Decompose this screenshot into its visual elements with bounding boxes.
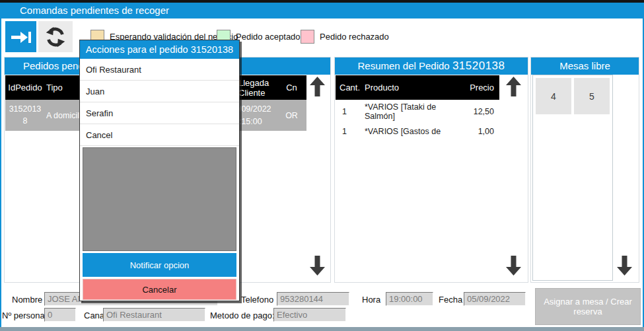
order-id-cell: 31520138 xyxy=(8,104,42,127)
precio-cell: 12,50 xyxy=(462,107,499,116)
summary-table-header: Cant. Producto Precio xyxy=(336,75,499,100)
summary-title-text: Resumen del Pedido xyxy=(357,60,449,71)
nombre-label: Nombre xyxy=(12,295,42,305)
precio-cell: 1,00 xyxy=(462,127,499,136)
mesas-container: 4 5 xyxy=(532,75,613,281)
legend-rejected: Pedido rechazado xyxy=(301,30,389,44)
scroll-down-icon[interactable] xyxy=(506,256,521,276)
legend-rejected-label: Pedido rechazado xyxy=(320,32,389,42)
scroll-up-icon[interactable] xyxy=(506,77,521,96)
producto-cell: *VARIOS [Tataki de Salmón] xyxy=(365,102,462,121)
col-idpedido: IdPedido xyxy=(5,83,45,92)
dialog-option-cancel[interactable]: Cancel xyxy=(80,124,239,146)
col-producto: Producto xyxy=(365,83,462,92)
personas-label: Nº personas xyxy=(2,311,49,320)
mesas-panel-title: Mesas libre xyxy=(531,57,639,75)
hora-field[interactable]: 19:00:00 xyxy=(386,292,433,306)
producto-cell: *VARIOS [Gastos de xyxy=(365,127,462,136)
app-window: Comandas pendientes de recoger Esperando… xyxy=(0,0,644,331)
mesa-tile-4[interactable]: 4 xyxy=(536,78,571,114)
summary-row[interactable]: 1 *VARIOS [Gastos de 1,00 xyxy=(336,122,499,141)
mesa-tile-5[interactable]: 5 xyxy=(574,78,610,114)
cant-cell: 1 xyxy=(336,107,365,116)
dialog-option-ofi-restaurant[interactable]: Ofi Restaurant xyxy=(80,59,239,81)
window-bottom-border xyxy=(0,327,644,331)
scroll-down-icon[interactable] xyxy=(617,256,632,276)
order-actions-dialog: Acciones para el pedido 31520138 Ofi Res… xyxy=(79,40,240,301)
notify-option-button[interactable]: Notificar opcion xyxy=(83,253,236,277)
col-cant: Cant. xyxy=(336,83,365,92)
summary-panel-title: Resumen del Pedido 31520138 xyxy=(335,57,528,75)
telefono-field[interactable]: 953280144 xyxy=(277,292,349,306)
cancel-button[interactable]: Cancelar xyxy=(83,279,236,300)
scroll-up-icon[interactable] xyxy=(310,77,325,96)
metodo-pago-field[interactable]: Efectivo xyxy=(273,308,346,322)
personas-field[interactable]: 0 xyxy=(44,308,76,322)
canal-field[interactable]: Ofi Restaurant xyxy=(103,308,205,322)
dialog-option-serafin[interactable]: Serafin xyxy=(80,102,239,124)
legend-accepted-label: Pedido aceptado xyxy=(236,32,301,42)
rejected-color-swatch xyxy=(301,30,314,44)
telefono-label: Telefono xyxy=(241,295,273,305)
summary-row[interactable]: 1 *VARIOS [Tataki de Salmón] 12,50 xyxy=(336,102,499,122)
dialog-title: Acciones para el pedido 31520138 xyxy=(80,40,239,59)
col-precio: Precio xyxy=(462,83,499,92)
col-cn: Cn xyxy=(277,83,306,92)
window-title: Comandas pendientes de recoger xyxy=(0,3,644,18)
summary-order-id: 31520138 xyxy=(452,59,505,72)
cant-cell: 1 xyxy=(336,127,365,136)
fecha-field[interactable]: 05/09/2022 xyxy=(464,292,526,306)
assign-table-button[interactable]: Asignar a mesa / Crear reserva xyxy=(535,288,641,325)
go-to-end-icon xyxy=(10,29,32,45)
refresh-icon xyxy=(43,24,68,50)
scroll-down-icon[interactable] xyxy=(310,256,325,276)
order-cn-cell: OR xyxy=(277,111,306,120)
fecha-label: Fecha xyxy=(439,295,462,305)
go-to-end-button[interactable] xyxy=(5,21,36,52)
hora-label: Hora xyxy=(362,295,380,305)
dialog-empty-area xyxy=(83,147,236,251)
dialog-option-juan[interactable]: Juan xyxy=(80,81,239,102)
metodo-pago-label: Metodo de pago: xyxy=(210,311,275,320)
refresh-button[interactable] xyxy=(38,21,73,52)
order-summary-panel: Resumen del Pedido 31520138 Cant. Produc… xyxy=(334,57,528,283)
free-tables-panel: Mesas libre 4 5 xyxy=(530,57,639,283)
